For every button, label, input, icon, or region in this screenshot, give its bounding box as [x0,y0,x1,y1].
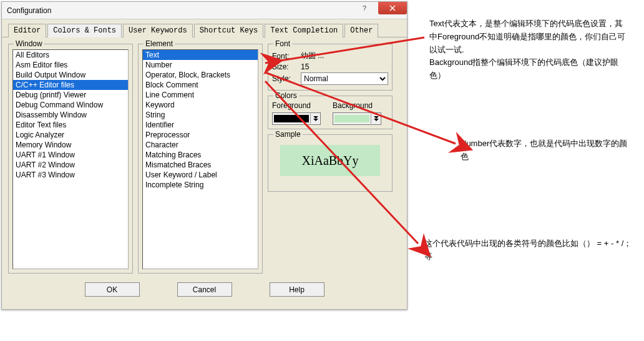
tab-editor[interactable]: Editor [8,24,46,37]
list-item[interactable]: Number [143,60,258,70]
font-label: Font: [272,52,301,61]
cancel-button[interactable]: Cancel [177,282,232,297]
window-listbox[interactable]: All EditorsAsm Editor filesBuild Output … [12,49,129,269]
window-group-label: Window [14,39,44,48]
list-item[interactable]: UART #3 Window [13,170,128,180]
foreground-color-button[interactable] [272,112,321,125]
list-item[interactable]: String [143,110,258,120]
configuration-dialog: Configuration ? Editor Colors & Fonts Us… [1,1,407,310]
foreground-label: Foreground [272,101,328,110]
help-button[interactable]: ? [351,2,378,14]
tab-bar: Editor Colors & Fonts User Keywords Shor… [2,19,407,37]
element-group-label: Element [144,39,175,48]
size-label: Size: [272,62,301,71]
list-item[interactable]: Line Comment [143,90,258,100]
sample-group-label: Sample [273,130,303,139]
sample-group: Sample XiAaBbYy [268,134,393,192]
list-item[interactable]: Incomplete String [143,180,258,190]
font-value[interactable]: 幼圆 ... [301,51,388,61]
tab-colors-fonts[interactable]: Colors & Fonts [47,24,122,37]
close-icon [389,5,396,11]
element-group: Element TextNumberOperator, Block, Brack… [138,44,263,274]
list-item[interactable]: Operator, Block, Brackets [143,70,258,80]
list-item[interactable]: Disassembly Window [13,110,128,120]
list-item[interactable]: UART #2 Window [13,160,128,170]
background-swatch [334,115,369,122]
list-item[interactable]: Identifier [143,120,258,130]
background-label: Background [333,101,388,110]
chevron-down-icon [310,114,320,124]
list-item[interactable]: Debug Command Window [13,100,128,110]
list-item[interactable]: All Editors [13,50,128,60]
sample-text: XiAaBbYy [280,145,380,176]
colors-group-label: Colors [273,91,299,100]
colors-group: Colors Foreground Background [268,96,393,129]
tab-shortcut-keys[interactable]: Shortcut Keys [194,24,264,37]
list-item[interactable]: Block Comment [143,80,258,90]
style-label: Style: [272,74,301,83]
list-item[interactable]: Character [143,140,258,150]
list-item[interactable]: Logic Analyzer [13,130,128,140]
tab-text-completion[interactable]: Text Completion [265,24,343,37]
ok-button[interactable]: OK [85,282,140,297]
chevron-down-icon [371,114,381,124]
tab-user-keywords[interactable]: User Keywords [123,24,193,37]
list-item[interactable]: UART #1 Window [13,150,128,160]
element-listbox[interactable]: TextNumberOperator, Block, BracketsBlock… [142,49,258,269]
close-button[interactable] [378,2,407,14]
annotation-text: Text代表文本，是整个编辑环境下的代码底色设置，其中Foreground不知道… [429,17,629,82]
tab-other[interactable]: Other [344,24,378,37]
annotation-number: Number代表数字，也就是代码中出现数字的颜色 [461,137,635,164]
list-item[interactable]: User Keyword / Label [143,170,258,180]
annotation-operator: 这个代表代码中出现的各类符号的颜色比如（） = + - * /； 等 [424,237,637,264]
list-item[interactable]: Build Output Window [13,70,128,80]
list-item[interactable]: Preprocessor [143,130,258,140]
list-item[interactable]: Text [143,50,258,60]
foreground-swatch [274,115,309,122]
size-value: 15 [301,62,388,71]
window-group: Window All EditorsAsm Editor filesBuild … [8,44,133,274]
list-item[interactable]: Editor Text files [13,120,128,130]
list-item[interactable]: Keyword [143,100,258,110]
dialog-title: Configuration [7,6,51,15]
background-color-button[interactable] [333,112,381,125]
font-group: Font Font: 幼圆 ... Size: 15 Style: Normal [268,44,393,91]
list-item[interactable]: Debug (printf) Viewer [13,90,128,100]
titlebar[interactable]: Configuration ? [2,2,407,19]
button-row: OK Cancel Help [2,277,407,303]
list-item[interactable]: Asm Editor files [13,60,128,70]
style-select[interactable]: Normal [301,72,388,85]
help-button-bottom[interactable]: Help [270,282,324,297]
list-item[interactable]: C/C++ Editor files [13,80,128,90]
font-group-label: Font [273,39,292,48]
list-item[interactable]: Matching Braces [143,150,258,160]
list-item[interactable]: Memory Window [13,140,128,150]
list-item[interactable]: Mismatched Braces [143,160,258,170]
